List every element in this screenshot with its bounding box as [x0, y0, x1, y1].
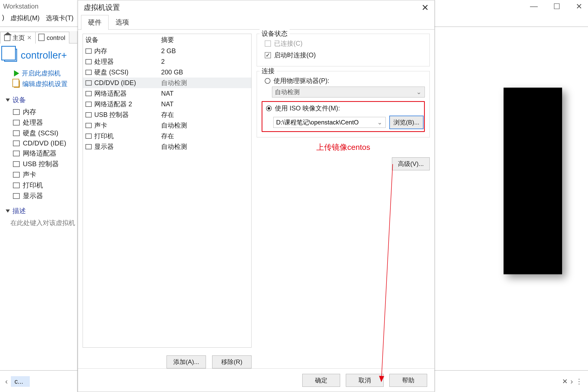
edit-icon [14, 80, 20, 88]
section-devices-label: 设备 [12, 95, 26, 104]
panel-close-icon[interactable]: ✕ [562, 377, 568, 386]
browse-button[interactable]: 浏览(B)... [389, 116, 424, 129]
tab-options[interactable]: 选项 [109, 15, 136, 30]
table-row[interactable]: 声卡自动检测 [83, 120, 251, 131]
action-power-on[interactable]: 开启此虚拟机 [14, 68, 71, 79]
list-item[interactable]: 声卡 [13, 169, 77, 180]
checkbox-connected [265, 40, 271, 47]
maximize-icon[interactable]: ☐ [553, 2, 560, 11]
caret-icon [6, 99, 10, 102]
radio-iso-file[interactable] [266, 106, 272, 111]
col-summary: 摘要 [159, 34, 251, 46]
menu-vm[interactable]: 虚拟机(M) [8, 14, 41, 22]
chevron-left-icon[interactable]: ‹ [5, 377, 8, 386]
table-row[interactable]: 打印机存在 [83, 131, 251, 141]
chevron-down-icon: ⌄ [413, 88, 425, 96]
caret-icon [6, 209, 10, 213]
section-desc-label: 描述 [12, 206, 26, 215]
cell: 2 [159, 56, 251, 67]
sound-icon [85, 123, 92, 128]
device-label: 硬盘 (SCSI) [23, 129, 58, 138]
section-devices-header[interactable]: 设备 [0, 92, 77, 106]
cpu-icon [13, 120, 20, 125]
dialog-title: 虚拟机设置 [84, 3, 120, 12]
description-placeholder[interactable]: 在此处键入对该虚拟机 [0, 217, 77, 227]
app-title: Workstation [3, 2, 39, 10]
device-state-group: 设备状态 已连接(C) 启动时连接(O) [257, 34, 430, 66]
cell: 2 GB [159, 46, 251, 56]
tab-close-icon[interactable]: ✕ [27, 34, 32, 41]
iso-path-input[interactable] [274, 117, 374, 128]
table-row[interactable]: 网络适配器 2NAT [83, 99, 251, 109]
sidebar: 主页 ✕ control controller+ 开启此虚拟机 [0, 31, 78, 392]
cancel-button[interactable]: 取消 [346, 374, 384, 387]
chevron-right-icon[interactable]: › [570, 377, 573, 386]
tab-controller-label: control [47, 34, 65, 41]
group-title: 设备状态 [260, 29, 290, 38]
tab-hardware[interactable]: 硬件 [81, 15, 109, 30]
table-row[interactable]: 内存2 GB [83, 46, 251, 56]
device-label: CD/DVD (IDE) [23, 139, 66, 147]
table-row[interactable]: USB 控制器存在 [83, 109, 251, 120]
group-title: 连接 [260, 67, 277, 75]
table-row[interactable]: 处理器2 [83, 56, 251, 67]
list-item[interactable]: 内存 [13, 107, 77, 117]
arrow-head-icon [379, 376, 384, 382]
physical-drive-value [272, 87, 413, 97]
play-icon [14, 70, 19, 76]
list-item[interactable]: 打印机 [13, 180, 77, 191]
list-item[interactable]: 硬盘 (SCSI) [13, 128, 77, 138]
list-item[interactable]: 处理器 [13, 117, 77, 128]
annotation-text: 上传镜像centos [257, 142, 430, 153]
list-item[interactable]: 显示器 [13, 191, 77, 201]
menu-tabs[interactable]: 选项卡(T) [44, 14, 76, 22]
label-physical-drive: 使用物理驱动器(P): [274, 76, 329, 85]
list-item[interactable]: 网络适配器 [13, 148, 77, 159]
remove-button[interactable]: 移除(R) [212, 355, 252, 368]
vm-icon [39, 35, 45, 41]
hardware-table: 设备 摘要 内存2 GB 处理器2 硬盘 (SCSI)200 GB CD/DVD… [83, 34, 252, 348]
table-row[interactable]: CD/DVD (IDE)自动检测 [83, 78, 251, 88]
radio-physical-drive[interactable] [265, 78, 270, 84]
add-button[interactable]: 添加(A)... [167, 355, 206, 368]
device-label: 处理器 [23, 118, 43, 127]
cell: USB 控制器 [94, 110, 129, 119]
cell: 内存 [94, 47, 107, 55]
dialog-close-icon[interactable]: ✕ [421, 2, 429, 13]
more-icon[interactable]: ⋯ [575, 378, 584, 385]
vm-settings-dialog: 虚拟机设置 ✕ 硬件 选项 设备 摘要 内存2 GB 处理器2 硬盘 (SCSI… [78, 0, 435, 392]
list-item[interactable]: USB 控制器 [13, 159, 77, 169]
close-icon[interactable]: ✕ [576, 2, 582, 11]
help-button[interactable]: 帮助 [389, 374, 427, 387]
tab-controller[interactable]: control [35, 32, 69, 44]
network-icon [85, 102, 92, 107]
section-desc-header[interactable]: 描述 [0, 203, 77, 217]
table-row[interactable]: 网络适配器NAT [83, 88, 251, 99]
cpu-icon [85, 59, 92, 64]
menu-close-paren[interactable]: ) [0, 14, 6, 22]
bottom-item[interactable]: c... [11, 376, 30, 387]
advanced-button[interactable]: 高级(V)... [392, 157, 430, 170]
network-icon [13, 151, 20, 156]
display-icon [85, 144, 92, 149]
cell: 自动检测 [159, 120, 251, 131]
ok-button[interactable]: 确定 [302, 374, 340, 387]
vm-large-icon [4, 49, 17, 62]
vm-title: controller+ [21, 50, 67, 61]
table-row[interactable]: 硬盘 (SCSI)200 GB [83, 67, 251, 78]
cell: 声卡 [94, 121, 107, 130]
iso-path-combo[interactable]: ⌄ [273, 117, 386, 128]
list-item[interactable]: CD/DVD (IDE) [13, 138, 77, 148]
label-iso-file: 使用 ISO 映像文件(M): [275, 104, 340, 113]
printer-icon [85, 134, 92, 139]
checkbox-connect-on-start[interactable] [265, 52, 271, 58]
minimize-icon[interactable]: — [530, 2, 538, 11]
action-edit-settings[interactable]: 编辑虚拟机设置 [14, 79, 71, 89]
chevron-down-icon[interactable]: ⌄ [374, 119, 385, 126]
home-icon [4, 35, 10, 41]
device-label: 网络适配器 [23, 149, 56, 158]
vm-preview [504, 88, 562, 274]
tab-home[interactable]: 主页 ✕ [0, 32, 36, 44]
table-row[interactable]: 显示器自动检测 [83, 141, 251, 152]
cell: 自动检测 [159, 141, 251, 152]
